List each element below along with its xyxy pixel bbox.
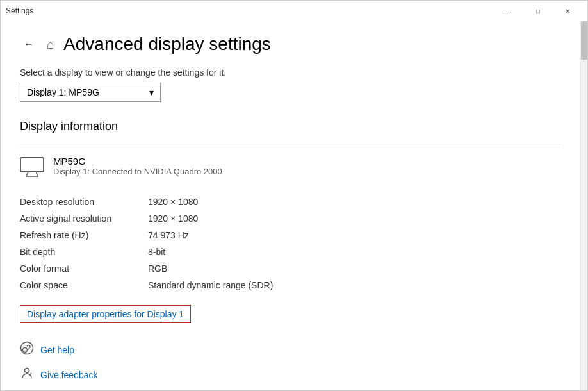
label-color-space: Color space xyxy=(20,277,148,294)
get-help-icon xyxy=(20,341,34,358)
get-help-label: Get help xyxy=(40,345,74,355)
monitor-details: MP59G Display 1: Connected to NVIDIA Qua… xyxy=(53,156,222,176)
scrollbar[interactable] xyxy=(580,21,587,390)
value-color-format: RGB xyxy=(148,260,560,277)
display-adapter-properties-link[interactable]: Display adapter properties for Display 1 xyxy=(20,305,191,323)
display-select-dropdown[interactable]: Display 1: MP59G ▾ xyxy=(20,83,161,102)
display-info-section-title: Display information xyxy=(20,120,560,133)
minimize-button[interactable]: — xyxy=(494,1,523,21)
section-divider xyxy=(20,144,560,144)
monitor-connection: Display 1: Connected to NVIDIA Quadro 20… xyxy=(53,167,222,176)
svg-rect-0 xyxy=(20,158,44,172)
get-help-link[interactable]: Get help xyxy=(20,341,560,358)
title-bar: Settings — □ ✕ xyxy=(1,1,587,21)
footer-links: Get help Give feedback xyxy=(20,341,560,383)
label-color-format: Color format xyxy=(20,260,148,277)
label-desktop-resolution: Desktop resolution xyxy=(20,194,148,210)
settings-window: Settings — □ ✕ ← ⌂ Advanced display sett… xyxy=(0,0,588,391)
svg-line-2 xyxy=(36,172,38,176)
monitor-info: MP59G Display 1: Connected to NVIDIA Qua… xyxy=(20,156,560,182)
monitor-name: MP59G xyxy=(53,156,222,167)
label-bit-depth: Bit depth xyxy=(20,244,148,260)
home-icon: ⌂ xyxy=(47,37,54,52)
svg-point-6 xyxy=(25,369,29,373)
monitor-icon xyxy=(20,157,44,182)
chevron-down-icon: ▾ xyxy=(149,87,154,97)
close-button[interactable]: ✕ xyxy=(553,1,582,21)
page-title: Advanced display settings xyxy=(63,34,271,54)
give-feedback-link[interactable]: Give feedback xyxy=(20,366,560,383)
content-area: ← ⌂ Advanced display settings Select a d… xyxy=(1,21,587,390)
value-active-signal-resolution: 1920 × 1080 xyxy=(148,210,560,227)
svg-line-1 xyxy=(26,172,28,176)
main-content: ← ⌂ Advanced display settings Select a d… xyxy=(1,21,580,390)
page-header: ← ⌂ Advanced display settings xyxy=(20,34,560,54)
give-feedback-label: Give feedback xyxy=(40,370,98,380)
scrollbar-thumb[interactable] xyxy=(581,21,587,60)
maximize-button[interactable]: □ xyxy=(523,1,553,21)
value-desktop-resolution: 1920 × 1080 xyxy=(148,194,560,210)
give-feedback-icon xyxy=(20,366,34,383)
svg-point-4 xyxy=(21,342,33,354)
display-select-value: Display 1: MP59G xyxy=(27,87,99,97)
back-button[interactable]: ← xyxy=(20,35,38,53)
svg-point-5 xyxy=(23,348,28,353)
label-refresh-rate: Refresh rate (Hz) xyxy=(20,227,148,244)
title-bar-controls: — □ ✕ xyxy=(494,1,582,21)
display-info-table: Desktop resolution 1920 × 1080 Active si… xyxy=(20,194,560,294)
value-color-space: Standard dynamic range (SDR) xyxy=(148,277,560,294)
value-refresh-rate: 74.973 Hz xyxy=(148,227,560,244)
value-bit-depth: 8-bit xyxy=(148,244,560,260)
select-display-label: Select a display to view or change the s… xyxy=(20,67,560,78)
title-bar-left: Settings xyxy=(6,6,33,15)
label-active-signal-resolution: Active signal resolution xyxy=(20,210,148,227)
window-title: Settings xyxy=(6,6,33,15)
